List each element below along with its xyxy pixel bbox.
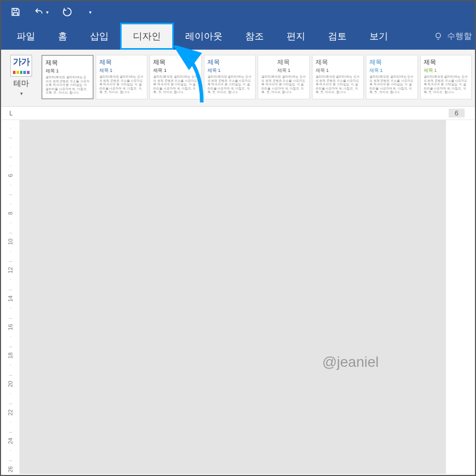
style-preset-title: 제목 — [46, 59, 90, 67]
style-preset[interactable]: 제목제목 1갤러리(쾌적한 갤러리)에는 문서의 전체 콘텐츠 요소를 사용하도… — [204, 55, 256, 99]
tab-insert[interactable]: 삽입 — [79, 23, 120, 50]
app-frame: ▾ ▾ 파일 홈 삽입 디자인 레이아웃 참조 편지 검토 보기 수행할 가가 — [0, 0, 476, 476]
style-preset-subtitle: 제목 1 — [261, 68, 306, 73]
style-preset-title: 제목 — [261, 58, 306, 66]
ruler-right-number: 6 — [449, 109, 465, 117]
style-preset-body: 갤러리(쾌적한 갤러리)에는 문서의 전체 콘텐츠 요소를 사용하도록 여겨지며… — [261, 75, 306, 95]
themes-thumbnail: 가가 — [10, 55, 32, 77]
ruler-tick-mark: · — [10, 161, 11, 170]
right-margin — [446, 120, 474, 474]
ruler-tick-number: 12 — [6, 267, 15, 273]
ruler-tick-number: 18 — [6, 352, 15, 359]
tab-layout[interactable]: 레이아웃 — [174, 23, 234, 50]
style-preset[interactable]: 제목제목 1갤러리(쾌적한 갤러리)에는 문서의 전체 콘텐츠 요소를 사용하도… — [366, 55, 418, 99]
themes-dropdown-icon[interactable]: ▾ — [20, 91, 23, 96]
style-preset[interactable]: 제목제목 1갤러리(쾌적한 갤러리)에는 문서의 전체 콘텐츠 요소를 사용하도… — [150, 55, 201, 99]
style-preset-body: 갤러리(쾌적한 갤러리)에는 문서의 전체 콘텐츠 요소를 사용하도록 여겨지며… — [316, 75, 360, 95]
themes-label: 테마 — [13, 79, 29, 88]
ruler-tick-mark: – — [9, 152, 12, 161]
vertical-ruler[interactable]: ·–·–·6·–·8·–10·–12·–14·–16·–18·–20·–22·–… — [2, 120, 20, 474]
ruler-corner: L — [9, 110, 13, 117]
horizontal-ruler[interactable]: L 6 — [2, 108, 474, 120]
style-preset[interactable]: 제목제목 1갤러리(쾌적한 갤러리)에는 문서의 전체 콘텐츠 요소를 사용하도… — [312, 55, 364, 99]
style-preset-subtitle: 제목 1 — [99, 68, 144, 73]
ruler-tick-number: 26 — [6, 466, 15, 472]
tab-review[interactable]: 검토 — [317, 23, 358, 50]
style-preset-title: 제목 — [207, 58, 252, 66]
ruler-tick-number: 24 — [6, 438, 15, 444]
style-preset-body: 갤러리(쾌적한 갤러리)에는 문서의 전체 콘텐츠 요소를 사용하도록 여겨지며… — [99, 75, 144, 95]
document-area: L 6 ·–·–·6·–·8·–10·–12·–14·–16·–18·–20·–… — [2, 108, 474, 474]
style-preset-body: 갤러리(쾌적한 갤러리)에는 문서의 전체 콘텐츠 요소를 사용하도록 여겨지며… — [153, 75, 198, 95]
theme-color-swatch — [27, 71, 29, 74]
ruler-tick-mark: · — [10, 332, 11, 341]
ruler-tick-mark: – — [9, 455, 12, 464]
ruler-tick-mark: · — [10, 142, 11, 152]
ruler-tick-number: 14 — [6, 295, 15, 302]
tell-me[interactable]: 수행할 — [425, 23, 475, 50]
save-button[interactable] — [8, 5, 23, 19]
ruler-tick-mark: · — [10, 389, 11, 398]
ruler-tick-mark: · — [10, 275, 11, 284]
ruler-tick-number: 8 — [6, 212, 15, 215]
ruler-tick-number: 22 — [6, 409, 15, 415]
tab-file[interactable]: 파일 — [5, 23, 47, 50]
style-preset-title: 제목 — [316, 58, 360, 66]
ruler-tick-mark: – — [9, 341, 12, 351]
style-preset-body: 갤러리(쾌적한 갤러리)에는 문서의 전체 콘텐츠 요소를 사용하도록 여겨지며… — [207, 75, 252, 95]
ruler-tick-mark: – — [9, 189, 12, 199]
ribbon-content: 가가 테마 ▾ 제목제목 1갤러리(쾌적한 갤러리)에는 문서의 전체 콘텐츠 … — [1, 50, 475, 107]
ruler-tick-mark: · — [10, 360, 11, 369]
theme-color-swatch — [17, 71, 19, 74]
watermark-text: @jeaniel — [322, 354, 379, 370]
page-canvas[interactable]: @jeaniel — [20, 120, 446, 474]
repeat-button[interactable] — [60, 5, 75, 19]
ruler-tick-mark: – — [9, 256, 12, 265]
undo-dropdown-icon[interactable]: ▾ — [46, 9, 49, 15]
tab-view[interactable]: 보기 — [358, 23, 399, 50]
ruler-tick-mark: · — [10, 180, 11, 189]
theme-color-swatch — [20, 71, 23, 74]
document-body: ·–·–·6·–·8·–10·–12·–14·–16·–18·–20·–22·–… — [2, 120, 474, 474]
undo-icon — [34, 7, 44, 17]
ruler-tick-mark: · — [10, 218, 11, 227]
tab-design-label: 디자인 — [122, 24, 172, 48]
tell-me-label: 수행할 — [447, 31, 472, 42]
themes-button[interactable]: 가가 테마 ▾ — [6, 55, 36, 96]
repeat-icon — [62, 7, 72, 17]
style-preset-body: 갤러리(쾌적한 갤러리)에는 문서의 전체 콘텐츠 요소를 사용하도록 여겨지며… — [424, 75, 468, 95]
style-preset-subtitle: 제목 1 — [424, 68, 468, 73]
style-preset[interactable]: 제목제목 1갤러리(쾌적한 갤러리)에는 문서의 전체 콘텐츠 요소를 사용하도… — [420, 55, 472, 99]
ruler-tick-number: 6 — [6, 174, 15, 177]
style-preset[interactable]: 제목제목 1갤러리(쾌적한 갤러리)에는 문서의 전체 콘텐츠 요소를 사용하도… — [41, 55, 94, 99]
style-preset[interactable]: 제목제목 1갤러리(쾌적한 갤러리)에는 문서의 전체 콘텐츠 요소를 사용하도… — [96, 55, 147, 99]
svg-point-0 — [436, 33, 441, 38]
ruler-tick-mark: – — [9, 398, 12, 408]
style-preset-subtitle: 제목 1 — [316, 68, 360, 73]
ruler-tick-mark: – — [9, 132, 12, 142]
tab-references[interactable]: 참조 — [234, 23, 275, 50]
ruler-tick-number: 20 — [6, 381, 15, 387]
themes-thumb-text: 가가 — [13, 57, 29, 66]
undo-button[interactable]: ▾ — [34, 5, 49, 19]
ruler-tick-mark: · — [10, 303, 11, 313]
document-formatting-gallery[interactable]: 제목제목 1갤러리(쾌적한 갤러리)에는 문서의 전체 콘텐츠 요소를 사용하도… — [41, 55, 472, 99]
ruler-tick-mark: – — [9, 313, 12, 322]
save-icon — [10, 7, 21, 17]
qat-customize-dropdown[interactable]: ▾ — [89, 9, 92, 15]
tab-mailings[interactable]: 편지 — [275, 23, 317, 50]
lightbulb-icon — [434, 32, 443, 41]
style-preset-body: 갤러리(쾌적한 갤러리)에는 문서의 전체 콘텐츠 요소를 사용하도록 여겨지며… — [369, 75, 414, 95]
theme-color-swatch — [13, 71, 16, 74]
ruler-tick-mark: · — [10, 123, 11, 132]
tab-design[interactable]: 디자인 — [120, 23, 174, 50]
style-preset-subtitle: 제목 1 — [369, 68, 414, 73]
tab-home[interactable]: 홈 — [47, 23, 79, 50]
themes-color-bars — [13, 71, 29, 74]
ruler-tick-number: 16 — [6, 324, 15, 330]
ruler-tick-mark: – — [9, 427, 12, 436]
style-preset-body: 갤러리(쾌적한 갤러리)에는 문서의 전체 콘텐츠 요소를 사용하도록 여겨지며… — [46, 76, 90, 95]
ruler-tick-mark: – — [9, 370, 12, 379]
style-preset-title: 제목 — [424, 58, 468, 66]
style-preset[interactable]: 제목제목 1갤러리(쾌적한 갤러리)에는 문서의 전체 콘텐츠 요소를 사용하도… — [258, 55, 309, 99]
